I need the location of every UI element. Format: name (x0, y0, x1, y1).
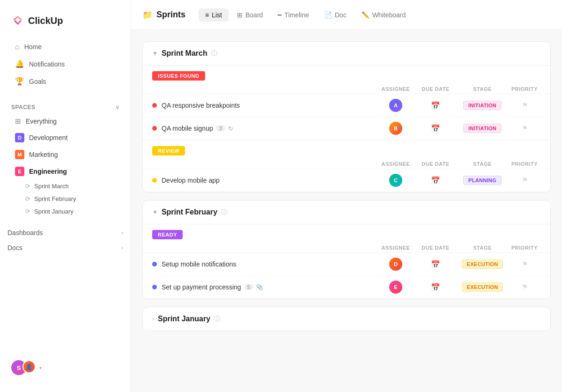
sidebar-sprint-february[interactable]: ⟳ Sprint February (4, 193, 127, 205)
logo-text: ClickUp (28, 15, 63, 26)
sprint-february-icon: ⟳ (25, 195, 30, 202)
avatar: E (389, 281, 402, 294)
task-row[interactable]: Setup mobile notifications D 📅 EXECUTION… (143, 253, 550, 276)
sprint-january-expand-icon: › (152, 316, 154, 322)
sprint-february-section: ▼ Sprint February ⓘ READY ASSIGNEE DUE D… (142, 200, 551, 299)
nav-home[interactable]: ⌂ Home (4, 39, 127, 55)
avatar: D (389, 258, 402, 271)
main-content: 📁 Sprints ≡ List ⊞ Board ━ Timeline 📄 Do… (131, 0, 562, 392)
sprint-january-section: › Sprint January ⓘ (142, 307, 551, 331)
logo-area: ClickUp (0, 9, 131, 38)
sidebar-item-marketing[interactable]: M Marketing (4, 147, 127, 163)
task-row[interactable]: Set up payment processing 5 📎 E 📅 EXECUT… (143, 276, 550, 299)
task-name: Develop mobile app (162, 177, 377, 184)
issues-found-group: ISSUES FOUND ASSIGNEE DUE DATE STAGE PRI… (143, 65, 550, 140)
clickup-logo-icon (11, 14, 24, 27)
nav-notifications[interactable]: 🔔 Notifications (4, 56, 127, 72)
sprint-february-header[interactable]: ▼ Sprint February ⓘ (143, 200, 550, 224)
calendar-icon: 📅 (431, 283, 440, 292)
list-icon: ≡ (205, 11, 209, 19)
task-dot-yellow (152, 178, 157, 183)
stage-badge-initiation: INITIATION (463, 101, 502, 110)
folder-area: 📁 Sprints (142, 10, 193, 20)
task-stage: INITIATION (457, 101, 508, 110)
task-assignee: A (377, 99, 414, 112)
sprint-january-header[interactable]: › Sprint January ⓘ (143, 307, 550, 331)
engineering-badge: E (15, 167, 24, 176)
nav-goals[interactable]: 🏆 Goals (4, 73, 127, 89)
issues-found-label: ISSUES FOUND (152, 71, 205, 81)
stage-badge-planning: PLANNING (463, 176, 502, 185)
tab-timeline-label: Timeline (284, 11, 309, 19)
task-row[interactable]: QA responsive breakpoints A 📅 INITIATION… (143, 94, 550, 117)
task-row[interactable]: Develop mobile app C 📅 PLANNING ⚑ (143, 169, 550, 192)
sidebar-sprint-january-label: Sprint January (34, 208, 74, 215)
spaces-label: Spaces (11, 104, 35, 111)
dashboards-arrow: › (121, 229, 123, 236)
task-priority: ⚑ (508, 176, 541, 185)
stage-badge-execution: EXECUTION (462, 259, 503, 269)
ready-label: READY (152, 230, 183, 239)
avatar: B (389, 122, 402, 135)
whiteboard-icon: ✏️ (362, 11, 370, 19)
flag-icon: ⚑ (522, 176, 528, 185)
home-icon: ⌂ (15, 43, 20, 51)
sidebar-sprint-march-label: Sprint March (34, 183, 69, 190)
task-row[interactable]: QA mobile signup 3 ↻ B 📅 INITIATION ⚑ (143, 117, 550, 140)
sprint-january-icon: ⟳ (25, 208, 30, 215)
sidebar-item-engineering[interactable]: E Engineering (4, 163, 127, 179)
task-dot-red (152, 126, 157, 131)
spaces-header: Spaces ∨ (0, 101, 131, 113)
col-assignee-label: ASSIGNEE (377, 86, 414, 92)
sidebar-dashboards[interactable]: Dashboards › (0, 225, 131, 240)
avatar-stack: S 👤 (11, 360, 36, 375)
goals-icon: 🏆 (15, 77, 24, 86)
docs-label: Docs (7, 244, 22, 251)
tab-whiteboard[interactable]: ✏️ Whiteboard (355, 8, 413, 22)
user-avatar-secondary[interactable]: 👤 (22, 360, 36, 373)
task-priority: ⚑ (508, 101, 541, 110)
sidebar-item-development[interactable]: D Development (4, 130, 127, 146)
page-title: Sprints (156, 10, 185, 20)
refresh-icon: ↻ (228, 125, 233, 132)
content-area: ▼ Sprint March ⓘ ISSUES FOUND ASSIGNEE D… (131, 30, 562, 392)
col-assignee-label: ASSIGNEE (377, 245, 414, 251)
review-label: REVIEW (152, 146, 185, 155)
task-priority: ⚑ (508, 260, 541, 268)
stage-badge-initiation: INITIATION (463, 124, 502, 133)
sprint-march-info-icon: ⓘ (211, 49, 217, 58)
dashboards-label: Dashboards (7, 229, 43, 237)
task-stage: PLANNING (457, 176, 508, 185)
task-duedate: 📅 (414, 260, 457, 269)
sprint-march-header[interactable]: ▼ Sprint March ⓘ (143, 42, 550, 65)
sidebar-sprint-march[interactable]: ⟳ Sprint March (4, 180, 127, 192)
col-headers-february: ASSIGNEE DUE DATE STAGE PRIORITY (143, 243, 550, 253)
task-assignee: B (377, 122, 414, 135)
marketing-label: Marketing (29, 151, 58, 158)
tab-doc[interactable]: 📄 Doc (318, 8, 353, 22)
top-nav: 📁 Sprints ≡ List ⊞ Board ━ Timeline 📄 Do… (131, 0, 562, 30)
task-count-badge: 3 (216, 125, 225, 132)
calendar-icon: 📅 (431, 124, 440, 133)
spaces-chevron[interactable]: ∨ (115, 104, 120, 111)
task-stage: INITIATION (457, 124, 508, 133)
tab-list[interactable]: ≡ List (199, 8, 229, 22)
user-dropdown-arrow[interactable]: ▾ (39, 365, 42, 370)
sidebar-item-everything[interactable]: ⊞ Everything (4, 114, 127, 129)
sprint-february-collapse-icon: ▼ (152, 209, 158, 215)
tab-timeline[interactable]: ━ Timeline (271, 8, 315, 22)
col-stage-label: STAGE (457, 245, 508, 251)
development-badge: D (15, 133, 24, 142)
tab-board[interactable]: ⊞ Board (230, 8, 269, 22)
col-duedate-label: DUE DATE (414, 161, 457, 167)
nav-goals-label: Goals (29, 78, 46, 85)
docs-arrow: › (121, 244, 123, 251)
tab-list-label: List (212, 11, 222, 19)
task-priority: ⚑ (508, 283, 541, 291)
calendar-icon: 📅 (431, 101, 440, 110)
folder-icon: 📁 (142, 10, 153, 20)
tab-doc-label: Doc (335, 11, 347, 19)
sidebar-sprint-january[interactable]: ⟳ Sprint January (4, 206, 127, 217)
sidebar-docs[interactable]: Docs › (0, 240, 131, 255)
col-headers-march-issues: ASSIGNEE DUE DATE STAGE PRIORITY (143, 84, 550, 94)
